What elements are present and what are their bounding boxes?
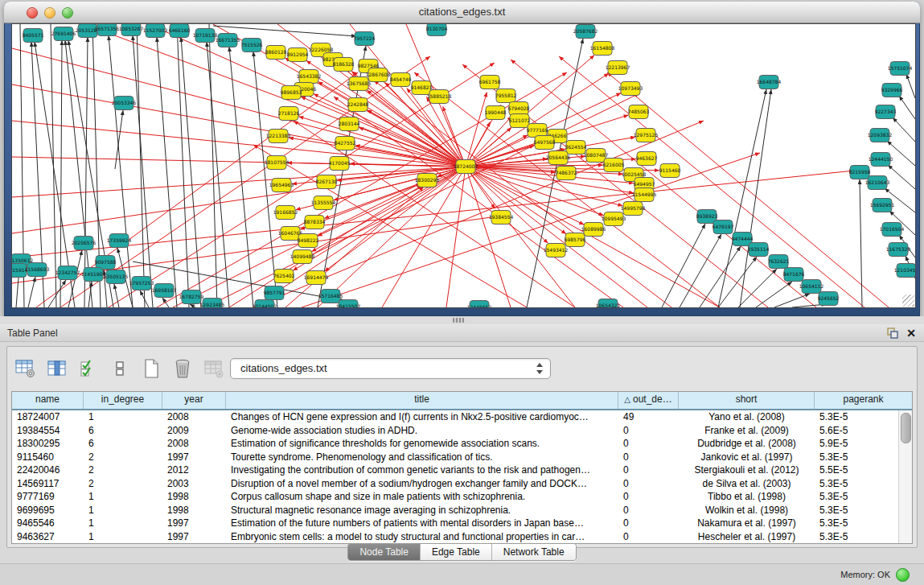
graph-node-cited[interactable]: 11527003 [143, 24, 168, 38]
graph-node-cited[interactable]: 12445662 [467, 301, 492, 308]
cell[interactable]: 5.3E-5 [815, 490, 899, 504]
cell[interactable]: Dudbridge et al. (2008) [679, 437, 815, 451]
cell[interactable]: Tibbo et al. (1998) [679, 490, 815, 504]
table-row[interactable]: 911546021997Tourette syndrome. Phenomeno… [12, 451, 899, 464]
graph-node-cited[interactable]: 13505135 [104, 270, 129, 284]
cell[interactable]: 5.5E-5 [815, 463, 899, 477]
cell[interactable]: 9465546 [12, 517, 84, 530]
rows-button[interactable] [108, 356, 132, 381]
cell[interactable]: de Silva et al. (2003) [679, 477, 815, 491]
cell[interactable]: 0 [618, 504, 679, 517]
graph-node-paper[interactable]: 9146821 [411, 81, 433, 95]
graph-node-paper[interactable]: 2242848 [347, 98, 369, 112]
graph-node-paper[interactable]: 14099488 [290, 250, 315, 264]
graph-node-paper[interactable]: 9777169 [527, 124, 548, 138]
cell[interactable]: 14569117 [12, 477, 84, 491]
graph-node-paper[interactable]: 10973493 [618, 82, 643, 96]
graph-node-cited[interactable]: 11568693 [25, 263, 50, 277]
graph-node-cited[interactable]: 10719138 [193, 29, 218, 43]
network-window[interactable]: citations_edges.txt 18724007886012889129… [4, 2, 920, 316]
graph-node-paper[interactable]: 15493412 [544, 244, 569, 257]
cell[interactable]: Wolkin et al. (1998) [679, 504, 815, 517]
graph-node-paper[interactable]: 19654963 [269, 179, 294, 192]
cell[interactable]: 1997 [162, 451, 226, 464]
graph-node-paper[interactable]: 11355554 [311, 196, 336, 210]
canvas-resize-grip[interactable] [902, 295, 914, 307]
cell[interactable]: 9777169 [12, 490, 84, 504]
graph-node-cited[interactable]: 9227343 [875, 105, 897, 119]
graph-node-paper[interactable]: 7485063 [628, 105, 650, 119]
cell[interactable]: 1 [84, 517, 162, 530]
column-header-short[interactable]: short [679, 392, 815, 409]
graph-node-paper[interactable]: 8427552 [335, 137, 356, 150]
graph-node-cited[interactable]: 10244502 [253, 300, 277, 308]
graph-node-cited[interactable]: 17957253 [129, 277, 154, 290]
table-row[interactable]: 1872400712008Changes of HCN gene express… [12, 410, 899, 424]
cell[interactable]: 1 [84, 530, 162, 544]
cell[interactable]: 1 [84, 490, 162, 504]
graph-node-cited[interactable]: 9857791 [264, 286, 285, 300]
table-scrollbar-thumb[interactable] [901, 413, 911, 443]
cell[interactable]: Jankovic et al. (1997) [679, 451, 815, 464]
graph-node-paper[interactable]: 6985796 [565, 233, 586, 247]
table-row[interactable]: 977716911998Corpus callosum shape and si… [12, 490, 899, 504]
graph-node-paper[interactable]: 16154808 [590, 42, 615, 56]
graph-node-cited[interactable]: 11451904 [81, 268, 106, 282]
cell[interactable]: 2 [84, 477, 162, 491]
graph-node-cited[interactable]: 16671355 [216, 34, 240, 47]
graph-node-cited[interactable]: 16571356 [95, 24, 120, 36]
cell[interactable]: 1 [84, 410, 162, 424]
column-header-pagerank[interactable]: pagerank [815, 392, 912, 409]
cell[interactable]: 6 [84, 424, 162, 438]
graph-node-cited[interactable]: 7515526 [241, 39, 263, 52]
cell[interactable]: Embryonic stem cells: a model to study s… [226, 530, 618, 544]
cell[interactable]: 5.9E-5 [815, 437, 899, 451]
cell[interactable]: 22420046 [12, 463, 84, 477]
cell[interactable]: 2008 [162, 410, 226, 424]
graph-node-paper[interactable]: 9115460 [659, 164, 681, 178]
cell[interactable]: Hescheler et al. (1997) [679, 530, 815, 544]
graph-node-cited[interactable]: 20053346 [112, 97, 137, 110]
graph-node-paper[interactable]: 11544995 [632, 188, 657, 202]
graph-node-paper[interactable]: 8912954 [287, 48, 309, 62]
graph-node-paper[interactable]: 1990448 [485, 106, 507, 120]
cell[interactable]: 6 [84, 437, 162, 451]
cell[interactable]: 0 [618, 437, 679, 451]
graph-node-paper[interactable]: 8878334 [304, 216, 326, 229]
column-header-title[interactable]: title [226, 392, 618, 409]
cell[interactable]: Yano et al. (2008) [679, 410, 815, 424]
tab-node-table[interactable]: Node Table [348, 544, 421, 560]
cell[interactable]: 9699695 [12, 504, 84, 517]
graph-node-cited[interactable]: 9097588 [95, 256, 117, 270]
table-row[interactable]: 1456911722003Disruption of a novel membe… [12, 477, 899, 491]
cell[interactable]: 5.3E-5 [815, 451, 899, 464]
float-panel-icon[interactable] [886, 327, 898, 339]
column-header-name[interactable]: name [12, 392, 84, 409]
graph-node-cited[interactable]: 7632621 [768, 255, 790, 269]
graph-node-cited[interactable]: 12093832 [868, 129, 893, 142]
cell[interactable]: Nakamura et al. (1997) [679, 517, 815, 530]
graph-node-paper[interactable]: 13675685 [347, 77, 372, 91]
graph-node-paper[interactable]: 14995798 [621, 202, 646, 216]
cell[interactable]: 9463627 [12, 530, 84, 544]
cell[interactable]: 0 [618, 477, 679, 491]
table-scrollbar[interactable] [898, 410, 912, 543]
graph-node-paper[interactable]: 10995493 [602, 212, 626, 226]
cell[interactable]: Stergiakouli et al. (2012) [679, 463, 815, 477]
graph-node-paper[interactable]: 4170045 [329, 157, 351, 171]
cell[interactable]: 0 [618, 424, 679, 438]
cell[interactable]: Investigating the contribution of common… [226, 463, 618, 477]
cell[interactable]: Genome-wide association studies in ADHD. [226, 424, 618, 438]
close-panel-icon[interactable]: ✕ [906, 328, 916, 339]
cell[interactable]: Corpus callosum shape and size in male p… [226, 490, 618, 504]
graph-node-paper[interactable]: 2718126 [278, 107, 300, 121]
cell[interactable]: Changes of HCN gene expression and I(f) … [226, 410, 618, 424]
graph-node-paper[interactable]: 7955812 [495, 89, 517, 103]
graph-node-paper[interactable]: 16914479 [304, 271, 329, 285]
graph-node-cited[interactable]: 16210643 [865, 176, 890, 190]
table-row[interactable]: 946554611997Estimation of the future num… [12, 517, 899, 530]
cell[interactable]: 0 [618, 490, 679, 504]
graph-node-cited[interactable]: 12342757 [55, 266, 80, 280]
graph-node-cited[interactable]: 20587682 [573, 25, 598, 39]
graph-node-paper[interactable]: 15885218 [427, 90, 452, 104]
